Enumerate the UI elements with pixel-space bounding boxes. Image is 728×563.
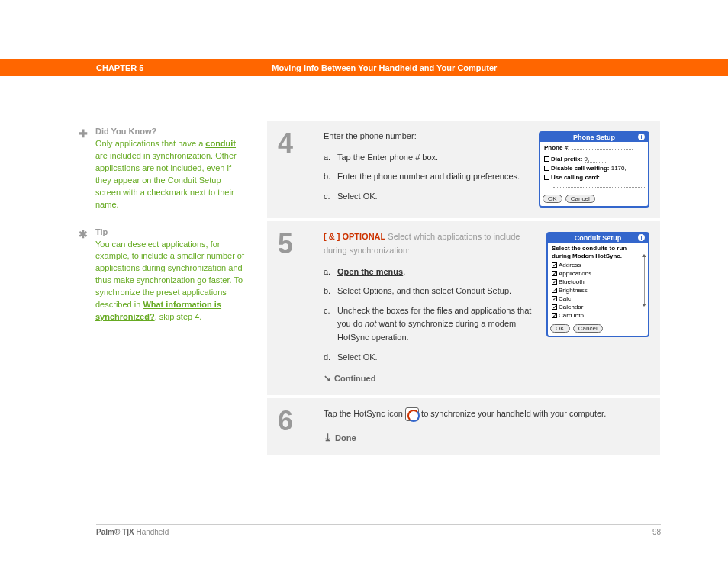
tip-body: You can deselect applications, for examp… bbox=[95, 239, 248, 324]
step-5-number: 5 bbox=[278, 230, 324, 386]
continued-marker: ↘Continued bbox=[324, 372, 535, 386]
chapter-header-bar: CHAPTER 5 Moving Info Between Your Handh… bbox=[0, 59, 728, 76]
asterisk-icon: ✱ bbox=[79, 227, 88, 242]
dyk-text-pre: Only applications that have a bbox=[95, 139, 205, 148]
use-calling-card-checkbox bbox=[544, 175, 549, 180]
dial-prefix-checkbox bbox=[544, 156, 549, 162]
tip-text-pre: You can deselect applications, for examp… bbox=[95, 240, 244, 310]
step-6-post: to synchronize your handheld with your c… bbox=[421, 409, 606, 418]
step-6-pre: Tap the HotSync icon bbox=[324, 409, 405, 418]
info-icon: i bbox=[638, 134, 645, 140]
step-5-b: b.Select Options, and then select Condui… bbox=[324, 285, 535, 298]
page-number: 98 bbox=[652, 528, 661, 536]
conduit-cancel-button: Cancel bbox=[573, 324, 603, 333]
tip-text-post: , skip step 4. bbox=[155, 312, 202, 321]
step-6-number: 6 bbox=[278, 407, 324, 446]
step-4-lead: Enter the phone number: bbox=[324, 130, 527, 143]
step-5: 5 [ & ] OPTIONAL Select which applicatio… bbox=[267, 221, 660, 398]
step-5-d: d.Select OK. bbox=[324, 351, 535, 365]
step-4-number: 4 bbox=[278, 130, 324, 209]
conduit-setup-title: Conduit Setup bbox=[575, 234, 622, 242]
phone-num-field bbox=[572, 149, 633, 150]
did-you-know-block: ✚ Did You Know? Only applications that h… bbox=[80, 126, 248, 211]
step-6-body: Tap the HotSync icon to synchronize your… bbox=[324, 407, 649, 446]
chapter-title: Moving Info Between Your Handheld and Yo… bbox=[272, 63, 497, 72]
step-4-a: a.Tap the Enter phone # box. bbox=[324, 151, 527, 165]
step-5-c: c.Uncheck the boxes for the files and ap… bbox=[324, 304, 535, 345]
dyk-text-post: are included in synchronization. Other a… bbox=[95, 151, 237, 209]
hotsync-icon bbox=[405, 407, 419, 421]
done-marker: ⤓Done bbox=[324, 430, 649, 446]
info-icon: i bbox=[638, 234, 645, 241]
step-6: 6 Tap the HotSync icon to synchronize yo… bbox=[267, 398, 660, 458]
page-footer: Palm® T|X Handheld 98 bbox=[96, 524, 661, 536]
conduit-setup-screenshot: Conduit Setupi Select the conduits to ru… bbox=[546, 232, 649, 336]
step-4: 4 Enter the phone number: a.Tap the Ente… bbox=[267, 121, 660, 221]
disable-call-waiting-checkbox bbox=[544, 166, 549, 171]
did-you-know-heading: Did You Know? bbox=[95, 126, 248, 138]
step-4-b: b.Enter the phone number and dialing pre… bbox=[324, 170, 527, 184]
phone-ok-button: OK bbox=[543, 195, 562, 203]
conduit-ok-button: OK bbox=[550, 324, 570, 333]
did-you-know-body: Only applications that have a conduit ar… bbox=[95, 138, 248, 211]
tip-block: ✱ Tip You can deselect applications, for… bbox=[80, 227, 248, 324]
tip-heading: Tip bbox=[95, 227, 248, 239]
phone-setup-screenshot: Phone Setupi Phone #: Dial prefix: 9, Di… bbox=[539, 131, 649, 208]
phone-cancel-button: Cancel bbox=[565, 195, 595, 203]
optional-tag: [ & ] OPTIONAL bbox=[324, 232, 385, 241]
sidebar: ✚ Did You Know? Only applications that h… bbox=[80, 126, 248, 339]
done-arrow-icon: ⤓ bbox=[324, 432, 332, 443]
conduit-link[interactable]: conduit bbox=[205, 139, 236, 148]
conduit-lead: Select the conduits to run during Modem … bbox=[552, 245, 640, 259]
continued-arrow-icon: ↘ bbox=[324, 373, 331, 384]
product-name: Palm® T|X Handheld bbox=[96, 528, 169, 536]
phone-setup-title: Phone Setup bbox=[573, 134, 615, 141]
chapter-label: CHAPTER 5 bbox=[96, 63, 143, 72]
open-menus-link[interactable]: Open the menus bbox=[337, 267, 403, 276]
step-5-a: a.Open the menus. bbox=[324, 265, 535, 279]
plus-icon: ✚ bbox=[79, 126, 88, 141]
main-steps: 4 Enter the phone number: a.Tap the Ente… bbox=[267, 121, 660, 458]
step-4-c: c.Select OK. bbox=[324, 190, 527, 204]
scrollbar-icon bbox=[643, 256, 646, 304]
